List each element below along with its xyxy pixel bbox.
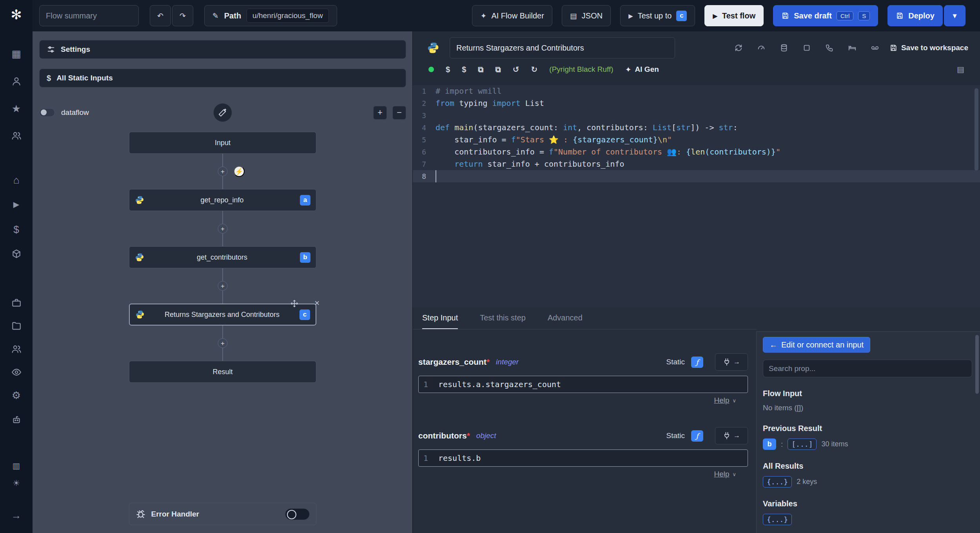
all-static-inputs-button[interactable]: $ All Static Inputs — [39, 69, 406, 87]
performance-gauge-icon[interactable] — [757, 44, 766, 52]
voicemail-icon[interactable] — [871, 44, 879, 52]
step-node-a[interactable]: get_repo_info a — [129, 189, 316, 211]
groups-icon[interactable] — [0, 342, 33, 356]
error-handler-toggle[interactable] — [285, 508, 310, 520]
theme-toggle-icon[interactable]: ☀ — [0, 477, 33, 490]
step-node-b[interactable]: get_contributors b — [129, 246, 316, 268]
reload-icon[interactable]: ↻ — [531, 65, 538, 73]
package-icon[interactable]: ⧉ — [478, 65, 483, 73]
tab-test-this-step[interactable]: Test this step — [480, 307, 526, 329]
path-button[interactable]: ✎ Path u/henri/gracious_flow — [204, 5, 337, 26]
result-key-badge[interactable]: b — [763, 438, 776, 450]
code-line[interactable]: 2from typing import List — [413, 97, 980, 109]
test-flow-button[interactable]: ▶ Test flow — [704, 5, 764, 26]
chevron-down-icon[interactable]: ∨ — [732, 471, 736, 477]
resource-var-icon[interactable]: $ — [462, 65, 466, 73]
redo-button[interactable]: ↷ — [172, 5, 193, 26]
ai-builder-wand-button[interactable] — [213, 103, 232, 122]
variables-icon[interactable]: $ — [0, 223, 33, 236]
ai-flow-builder-button[interactable]: ✦ AI Flow Builder — [472, 5, 552, 26]
dataflow-row: dataflow + − — [39, 103, 406, 122]
add-step-button[interactable]: + — [218, 167, 228, 176]
step-node-c-selected[interactable]: × Returns Stargazers and Contributors c — [129, 304, 316, 326]
ai-gen-button[interactable]: ✦ AI Gen — [625, 65, 659, 74]
zoom-in-button[interactable]: + — [373, 106, 387, 120]
undo-button[interactable]: ↶ — [150, 5, 171, 26]
collapsed-array-chip[interactable]: [...] — [788, 438, 817, 450]
expand-sidebar-icon[interactable]: → — [0, 509, 33, 522]
expression-mode-icon[interactable]: ƒ — [691, 430, 703, 442]
flow-summary-input[interactable] — [39, 5, 139, 26]
context-var-icon[interactable]: $ — [446, 65, 450, 73]
tab-step-input[interactable]: Step Input — [422, 307, 458, 329]
collapsed-object-chip[interactable]: {...} — [763, 476, 792, 488]
deploy-button[interactable]: Deploy — [887, 5, 943, 26]
error-handler-row[interactable]: Error Handler — [129, 503, 316, 525]
code-editor[interactable]: 1# import wmill2from typing import List3… — [413, 85, 980, 307]
save-to-workspace-button[interactable]: Save to workspace — [889, 44, 968, 52]
code-line[interactable]: 1# import wmill — [413, 85, 980, 97]
connect-input-button[interactable]: → — [715, 353, 748, 371]
retry-loop-icon[interactable] — [734, 44, 743, 52]
add-step-button[interactable]: + — [218, 281, 228, 291]
runs-icon[interactable]: ▶ — [0, 198, 33, 211]
move-handle-icon[interactable] — [290, 300, 298, 307]
sleep-bed-icon[interactable] — [848, 44, 857, 52]
settings-gear-icon[interactable]: ⚙ — [0, 389, 33, 402]
editor-scrollbar[interactable] — [975, 88, 978, 171]
dataflow-toggle[interactable] — [39, 108, 55, 117]
test-up-to-button[interactable]: ▶ Test up to c — [620, 5, 695, 26]
help-link[interactable]: Help — [714, 470, 729, 478]
step-tabs: Step Input Test this step Advanced — [413, 307, 757, 329]
reset-icon[interactable]: ↺ — [513, 65, 519, 73]
docs-icon[interactable]: ▥ — [0, 459, 33, 473]
flow-settings-button[interactable]: Settings — [39, 40, 406, 59]
code-line[interactable]: 5 star_info = f"Stars ⭐ : {stargazers_co… — [413, 134, 980, 146]
chevron-down-icon[interactable]: ∨ — [732, 398, 736, 404]
code-line[interactable]: 3 — [413, 109, 980, 122]
code-line[interactable]: 8 — [413, 170, 980, 182]
package-icon[interactable]: ⧉ — [495, 65, 501, 73]
code-line[interactable]: 6 contributors_info = f"Number of contri… — [413, 146, 980, 158]
collapsed-object-chip[interactable]: {...} — [763, 514, 792, 525]
deploy-dropdown-button[interactable]: ▾ — [944, 5, 965, 26]
result-node[interactable]: Result — [129, 361, 316, 383]
expression-mode-icon[interactable]: ƒ — [691, 357, 703, 368]
user-icon[interactable] — [0, 75, 33, 88]
search-prop-input[interactable] — [763, 360, 972, 377]
input-node[interactable]: Input — [129, 132, 316, 154]
favorites-star-icon[interactable]: ★ — [0, 102, 33, 115]
workers-icon[interactable] — [0, 413, 33, 426]
windmill-flow-editor: ✻ ▦ ★ ⌂ ▶ $ ⚙ ▥ ☀ → ↶ ↷ — [0, 0, 980, 533]
json-button[interactable]: ▤ JSON — [562, 5, 611, 26]
phone-icon[interactable] — [825, 44, 834, 52]
prop-panel-scrollbar[interactable] — [975, 335, 979, 394]
edit-connect-input-button[interactable]: ← Edit or connect an input — [763, 337, 870, 353]
trigger-bolt-button[interactable]: ⚡ — [234, 166, 245, 177]
save-draft-button[interactable]: Save draft Ctrl S — [773, 5, 878, 26]
connect-input-button[interactable]: → — [715, 427, 748, 444]
expression-editor[interactable]: 1 results.b — [418, 449, 748, 467]
add-step-button[interactable]: + — [218, 338, 228, 348]
database-cache-icon[interactable] — [780, 44, 788, 52]
delete-step-icon[interactable]: × — [314, 299, 319, 307]
code-line[interactable]: 4def main(stargazers_count: int, contrib… — [413, 122, 980, 134]
members-icon[interactable] — [0, 129, 33, 142]
stop-square-icon[interactable] — [802, 44, 811, 52]
help-link[interactable]: Help — [714, 396, 729, 405]
apps-grid-icon[interactable]: ▦ — [0, 47, 33, 60]
windmill-logo-icon[interactable]: ✻ — [0, 8, 33, 21]
home-icon[interactable]: ⌂ — [0, 173, 33, 187]
add-step-button[interactable]: + — [218, 224, 228, 234]
expression-editor[interactable]: 1 results.a.stargazers_count — [418, 376, 748, 393]
library-icon[interactable]: ▤ — [957, 65, 964, 74]
step-summary-input[interactable] — [450, 37, 675, 58]
code-line[interactable]: 7 return star_info + contributors_info — [413, 158, 980, 170]
tab-advanced[interactable]: Advanced — [548, 307, 583, 329]
audit-logs-eye-icon[interactable] — [0, 366, 33, 379]
code-assistants-button[interactable]: (Pyright Black Ruff) — [549, 65, 613, 74]
folders-icon[interactable] — [0, 319, 33, 333]
zoom-out-button[interactable]: − — [392, 106, 406, 120]
resources-icon[interactable] — [0, 247, 33, 260]
jobs-briefcase-icon[interactable] — [0, 296, 33, 309]
